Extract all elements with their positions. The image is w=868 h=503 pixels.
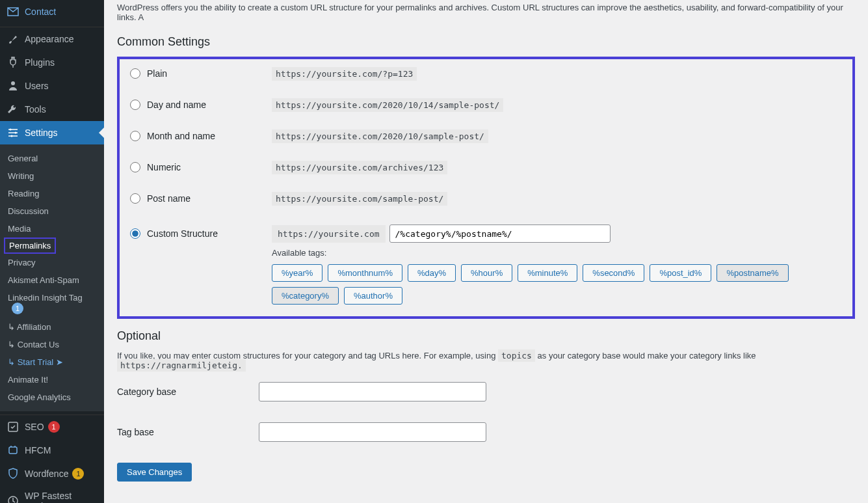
sidebar-label: SEO	[25, 422, 44, 432]
seo-icon	[7, 420, 20, 433]
submenu-media[interactable]: Media	[0, 220, 104, 238]
svg-point-6	[10, 446, 12, 447]
svg-point-3	[11, 135, 13, 137]
radio-plain[interactable]	[130, 68, 140, 79]
tag-postid[interactable]: %post_id%	[650, 264, 711, 282]
category-base-input[interactable]	[259, 382, 486, 401]
example-plain: https://yoursite.com/?p=123	[272, 67, 417, 81]
category-base-row: Category base	[117, 382, 855, 401]
optional-intro: If you like, you may enter custom struct…	[117, 351, 855, 370]
label-monthname[interactable]: Month and name	[147, 131, 215, 141]
intro-text: WordPress offers you the ability to crea…	[117, 0, 855, 29]
submenu-contactus[interactable]: ↳ Contact Us	[0, 336, 104, 353]
sidebar-item-hfcm[interactable]: HFCM	[0, 439, 104, 462]
svg-point-1	[10, 129, 12, 131]
sidebar-item-wordfence[interactable]: Wordfence 1	[0, 462, 104, 485]
radio-numeric[interactable]	[130, 162, 140, 172]
code-example-url: https://ragnarmiljeteig.	[117, 359, 246, 372]
label-postname[interactable]: Post name	[147, 193, 191, 204]
radio-custom[interactable]	[130, 228, 140, 239]
option-numeric: Numeric https://yoursite.com/archives/12…	[130, 162, 842, 172]
label-plain[interactable]: Plain	[147, 68, 167, 79]
svg-rect-5	[9, 447, 17, 454]
sidebar-item-seo[interactable]: SEO 1	[0, 415, 104, 439]
example-dayname: https://yoursite.com/2020/10/14/sample-p…	[272, 98, 503, 112]
tag-second[interactable]: %second%	[583, 264, 644, 282]
submenu-general[interactable]: General	[0, 150, 104, 167]
submenu-akismet[interactable]: Akismet Anti-Spam	[0, 271, 104, 289]
available-tags-label: Available tags:	[272, 248, 842, 258]
label-numeric[interactable]: Numeric	[147, 162, 181, 172]
radio-monthname[interactable]	[130, 131, 140, 141]
admin-sidebar: Contact Appearance Plugins Users Tools S…	[0, 0, 104, 503]
tag-hour[interactable]: %hour%	[461, 264, 512, 282]
option-custom: Custom Structure https://yoursite.com	[130, 224, 842, 243]
example-monthname: https://yoursite.com/2020/10/sample-post…	[272, 129, 488, 143]
submenu-writing[interactable]: Writing	[0, 167, 104, 185]
tag-day[interactable]: %day%	[408, 264, 456, 282]
submenu-ganalytics[interactable]: Google Analytics	[0, 388, 104, 406]
users-icon	[7, 79, 20, 92]
sidebar-label: HFCM	[25, 445, 51, 455]
option-plain: Plain https://yoursite.com/?p=123	[130, 68, 842, 79]
sidebar-label: Users	[25, 81, 49, 91]
sidebar-label: Tools	[25, 104, 46, 115]
sidebar-label: Plugins	[25, 57, 55, 68]
tag-base-input[interactable]	[259, 422, 486, 442]
linkedin-badge: 1	[12, 303, 23, 314]
sidebar-item-settings[interactable]: Settings	[0, 121, 104, 144]
sidebar-item-tools[interactable]: Tools	[0, 98, 104, 121]
submenu-affiliation[interactable]: ↳ Affiliation	[0, 318, 104, 336]
example-numeric: https://yoursite.com/archives/123	[272, 161, 447, 174]
wordfence-badge: 1	[72, 468, 84, 480]
sidebar-item-appearance[interactable]: Appearance	[0, 27, 104, 51]
sidebar-item-users[interactable]: Users	[0, 74, 104, 98]
code-icon	[7, 444, 20, 457]
custom-structure-input[interactable]	[389, 224, 611, 243]
sidebar-item-wpfastest[interactable]: WP Fastest Cache	[0, 485, 104, 503]
tag-base-label: Tag base	[117, 427, 259, 437]
svg-point-7	[14, 446, 16, 447]
tag-monthnum[interactable]: %monthnum%	[328, 264, 402, 282]
sidebar-label: Settings	[25, 128, 58, 138]
option-postname: Post name https://yoursite.com/sample-po…	[130, 193, 842, 204]
sidebar-label: Contact	[25, 7, 56, 17]
submenu-privacy[interactable]: Privacy	[0, 254, 104, 271]
option-dayname: Day and name https://yoursite.com/2020/1…	[130, 100, 842, 110]
plug-icon	[7, 56, 20, 69]
save-button[interactable]: Save Changes	[117, 463, 192, 482]
sidebar-item-contact[interactable]: Contact	[0, 0, 104, 23]
category-base-label: Category base	[117, 387, 259, 397]
submenu-linkedin[interactable]: Linkedin Insight Tag 1	[0, 289, 104, 318]
code-topics: topics	[498, 349, 535, 362]
sidebar-label: Appearance	[25, 34, 74, 44]
tag-category[interactable]: %category%	[272, 287, 339, 305]
settings-submenu: General Writing Reading Discussion Media…	[0, 144, 104, 411]
example-postname: https://yoursite.com/sample-post/	[272, 192, 447, 206]
submenu-animateit[interactable]: Animate It!	[0, 371, 104, 388]
radio-postname[interactable]	[130, 193, 140, 204]
submenu-label: Linkedin Insight Tag	[8, 293, 83, 303]
permalink-options-box: Plain https://yoursite.com/?p=123 Day an…	[117, 57, 855, 319]
shield-icon	[7, 467, 20, 480]
common-settings-heading: Common Settings	[117, 35, 855, 49]
tag-author[interactable]: %author%	[344, 287, 402, 305]
submenu-permalinks[interactable]: Permalinks	[4, 238, 56, 254]
cache-icon	[7, 495, 20, 503]
custom-prefix: https://yoursite.com	[272, 225, 386, 243]
label-dayname[interactable]: Day and name	[147, 100, 206, 110]
submenu-discussion[interactable]: Discussion	[0, 202, 104, 220]
tag-year[interactable]: %year%	[272, 264, 322, 282]
arrow-icon: ➤	[56, 357, 63, 367]
submenu-reading[interactable]: Reading	[0, 185, 104, 202]
sidebar-label: WP Fastest Cache	[25, 491, 99, 503]
submenu-starttrial[interactable]: ↳ Start Trial➤	[0, 353, 104, 371]
sliders-icon	[7, 126, 20, 139]
tag-minute[interactable]: %minute%	[518, 264, 577, 282]
radio-dayname[interactable]	[130, 100, 140, 110]
tag-postname[interactable]: %postname%	[717, 264, 788, 282]
brush-icon	[7, 33, 20, 46]
option-monthname: Month and name https://yoursite.com/2020…	[130, 131, 842, 141]
sidebar-item-plugins[interactable]: Plugins	[0, 51, 104, 74]
label-custom[interactable]: Custom Structure	[147, 228, 218, 239]
